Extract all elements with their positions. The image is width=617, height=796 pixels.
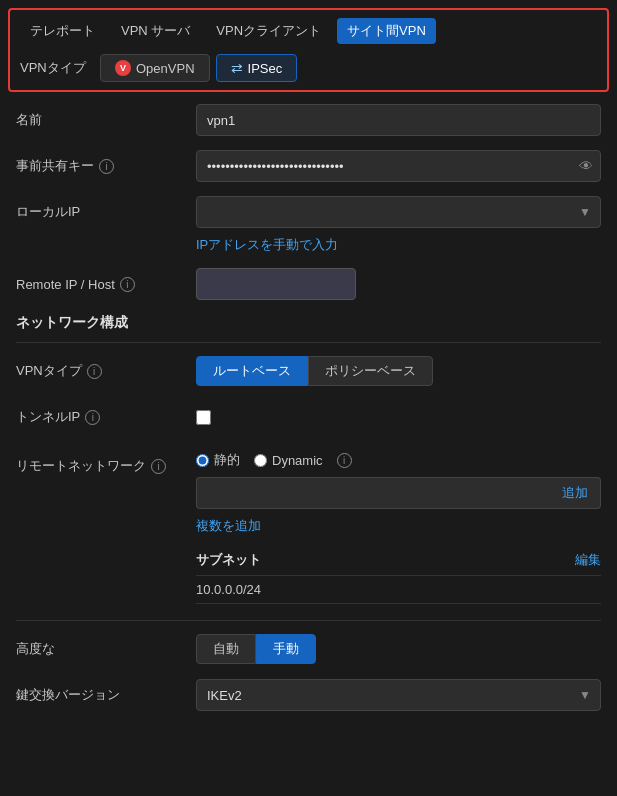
dynamic-radio[interactable] bbox=[254, 454, 267, 467]
key-exchange-select[interactable]: IKEv2 IKEv1 bbox=[196, 679, 601, 711]
tunnel-ip-info-icon[interactable]: i bbox=[85, 410, 100, 425]
advanced-row: 高度な 自動 手動 bbox=[16, 633, 601, 665]
auto-btn[interactable]: 自動 bbox=[196, 634, 256, 664]
network-divider bbox=[16, 342, 601, 343]
name-input[interactable] bbox=[196, 104, 601, 136]
advanced-label: 高度な bbox=[16, 640, 196, 658]
add-subnet-btn[interactable]: 追加 bbox=[550, 477, 601, 509]
tunnel-ip-label: トンネルIP i bbox=[16, 408, 196, 426]
key-exchange-row: 鍵交換バージョン IKEv2 IKEv1 ▼ bbox=[16, 679, 601, 711]
remote-network-info-icon[interactable]: i bbox=[151, 459, 166, 474]
network-section-header: ネットワーク構成 bbox=[16, 314, 601, 332]
tunnel-ip-row: トンネルIP i bbox=[16, 401, 601, 433]
remote-ip-input[interactable] bbox=[196, 268, 356, 300]
subnet-input-row: 追加 bbox=[196, 477, 601, 509]
static-radio[interactable] bbox=[196, 454, 209, 467]
top-tabs: テレポート VPN サーバ VPNクライアント サイト間VPN bbox=[20, 18, 597, 44]
network-vpn-type-label: VPNタイプ i bbox=[16, 362, 196, 380]
eye-icon[interactable]: 👁 bbox=[579, 158, 593, 174]
tab-teleport[interactable]: テレポート bbox=[20, 18, 105, 44]
advanced-divider bbox=[16, 620, 601, 621]
local-ip-label: ローカルIP bbox=[16, 203, 196, 221]
subnet-table-wrapper: サブネット 編集 10.0.0.0/24 bbox=[16, 545, 601, 604]
subnet-value: 10.0.0.0/24 bbox=[196, 582, 261, 597]
remote-ip-label: Remote IP / Host i bbox=[16, 277, 196, 292]
openvpn-label: OpenVPN bbox=[136, 61, 195, 76]
preshared-key-label: 事前共有キー i bbox=[16, 157, 196, 175]
advanced-toggle-group: 自動 手動 bbox=[196, 634, 601, 664]
preshared-key-info-icon[interactable]: i bbox=[99, 159, 114, 174]
tab-vpn-client[interactable]: VPNクライアント bbox=[206, 18, 331, 44]
tunnel-ip-checkbox[interactable] bbox=[196, 410, 211, 425]
static-radio-label[interactable]: 静的 bbox=[196, 451, 240, 469]
name-row: 名前 bbox=[16, 104, 601, 136]
content-area: 名前 事前共有キー i 👁 ローカルIP ▼ IPアドレスを手動で入力 Remo… bbox=[0, 92, 617, 737]
tab-site-vpn[interactable]: サイト間VPN bbox=[337, 18, 436, 44]
ipsec-btn[interactable]: ⇄ IPSec bbox=[216, 54, 298, 82]
local-ip-select-wrapper: ▼ bbox=[196, 196, 601, 228]
top-nav-wrapper: テレポート VPN サーバ VPNクライアント サイト間VPN VPNタイプ V… bbox=[8, 8, 609, 92]
openvpn-icon: V bbox=[115, 60, 131, 76]
dynamic-info-icon[interactable]: i bbox=[337, 453, 352, 468]
remote-network-radio-group: 静的 Dynamic i bbox=[196, 451, 601, 469]
key-exchange-label: 鍵交換バージョン bbox=[16, 686, 196, 704]
subnet-row: 10.0.0.0/24 bbox=[196, 576, 601, 604]
subnet-header: サブネット 編集 bbox=[196, 545, 601, 576]
network-vpn-type-row: VPNタイプ i ルートベース ポリシーベース bbox=[16, 355, 601, 387]
dynamic-radio-label[interactable]: Dynamic bbox=[254, 453, 323, 468]
multi-add-link[interactable]: 複数を追加 bbox=[16, 517, 601, 535]
edit-link[interactable]: 編集 bbox=[575, 551, 601, 569]
remote-ip-row: Remote IP / Host i bbox=[16, 268, 601, 300]
subnet-header-label: サブネット bbox=[196, 551, 261, 569]
remote-network-label: リモートネットワーク i bbox=[16, 451, 196, 475]
manual-btn[interactable]: 手動 bbox=[256, 634, 316, 664]
remote-ip-info-icon[interactable]: i bbox=[120, 277, 135, 292]
vpn-type-toggle-group: ルートベース ポリシーベース bbox=[196, 356, 601, 386]
ipsec-icon: ⇄ bbox=[231, 60, 243, 76]
network-vpn-type-info-icon[interactable]: i bbox=[87, 364, 102, 379]
route-based-btn[interactable]: ルートベース bbox=[196, 356, 308, 386]
preshared-key-input[interactable] bbox=[196, 150, 601, 182]
key-exchange-select-wrapper: IKEv2 IKEv1 ▼ bbox=[196, 679, 601, 711]
vpn-type-btns: V OpenVPN ⇄ IPSec bbox=[100, 54, 297, 82]
tunnel-ip-checkbox-wrap bbox=[196, 410, 211, 425]
subnet-input[interactable] bbox=[196, 477, 550, 509]
name-label: 名前 bbox=[16, 111, 196, 129]
ipsec-label: IPSec bbox=[248, 61, 283, 76]
openvpn-btn[interactable]: V OpenVPN bbox=[100, 54, 210, 82]
vpn-type-row: VPNタイプ V OpenVPN ⇄ IPSec bbox=[20, 54, 597, 82]
manual-ip-link[interactable]: IPアドレスを手動で入力 bbox=[16, 236, 601, 254]
local-ip-select[interactable] bbox=[196, 196, 601, 228]
tab-vpn-server[interactable]: VPN サーバ bbox=[111, 18, 200, 44]
policy-based-btn[interactable]: ポリシーベース bbox=[308, 356, 433, 386]
preshared-key-row: 事前共有キー i 👁 bbox=[16, 150, 601, 182]
preshared-key-wrapper: 👁 bbox=[196, 150, 601, 182]
remote-network-row: リモートネットワーク i 静的 Dynamic i 追加 bbox=[16, 447, 601, 509]
vpn-type-label: VPNタイプ bbox=[20, 59, 90, 77]
local-ip-row: ローカルIP ▼ bbox=[16, 196, 601, 228]
